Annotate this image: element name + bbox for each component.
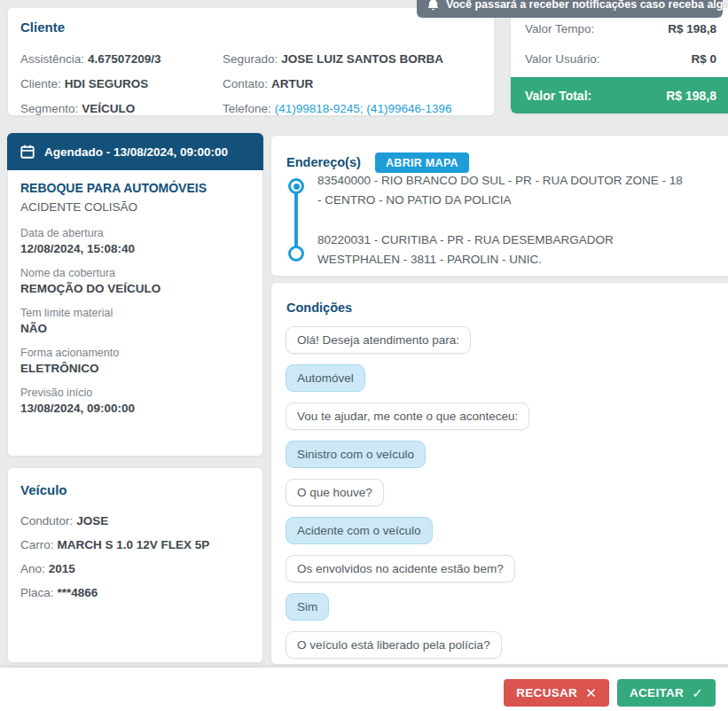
client-fields-left: Assistência:4.67507209/3 Cliente:HDI SEG… <box>20 47 161 121</box>
valor-card: Valor Tempo: R$ 198,8 Valor Usuário: R$ … <box>510 7 728 114</box>
valor-usuario-row: Valor Usuário: R$ 0 <box>525 52 716 66</box>
valor-tempo-row: Valor Tempo: R$ 198,8 <box>525 22 716 35</box>
chat-bubble-user: Sim <box>286 593 329 621</box>
accept-button[interactable]: ACEITAR ✓ <box>617 679 716 707</box>
check-icon: ✓ <box>692 685 703 701</box>
schedule-header-title: Agendado - 13/08/2024, 09:00:00 <box>44 145 228 159</box>
chat-bubble-user: Sinistro com o veículo <box>286 441 426 468</box>
client-card: Cliente Assistência:4.67507209/3 Cliente… <box>7 7 495 116</box>
destination-address: 80220031 - CURITIBA - PR - RUA DESEMBARG… <box>317 230 690 270</box>
service-name: REBOQUE PARA AUTOMÓVEIS <box>20 181 252 195</box>
origin-address: 83540000 - RIO BRANCO DO SUL - PR - RUA … <box>317 171 690 210</box>
conditions-card-title: Condições <box>286 301 352 315</box>
field-assistencia: Assistência:4.67507209/3 <box>20 47 161 72</box>
schedule-body: REBOQUE PARA AUTOMÓVEIS ACIDENTE COLISÃO… <box>20 181 252 426</box>
chat-bubble-system: O veículo está liberado pela polícia? <box>286 631 502 659</box>
vehicle-fields: Condutor:JOSE Carro:MARCH S 1.0 12V FLEX… <box>20 509 209 605</box>
vehicle-card-title: Veículo <box>20 482 67 497</box>
phone-links[interactable]: (41)99818-9245; (41)99646-1396 <box>275 102 452 115</box>
toast-message: Você passará a receber notificações caso… <box>446 0 723 11</box>
client-fields-right: Segurado:JOSE LUIZ SANTOS BORBA Contato:… <box>223 47 451 121</box>
valor-total-banner: Valor Total: R$ 198,8 <box>511 77 728 113</box>
x-icon: ✕ <box>585 685 597 701</box>
address-card-title: Endereço(s) <box>286 155 361 169</box>
vehicle-card: Veículo Condutor:JOSE Carro:MARCH S 1.0 … <box>7 467 263 663</box>
footer-action-bar: RECUSAR ✕ ACEITAR ✓ <box>0 668 728 711</box>
field-limite-material: Tem limite material NÃO <box>20 307 252 335</box>
chat-bubble-user: Acidente com o veículo <box>286 517 433 544</box>
schedule-header: Agendado - 13/08/2024, 09:00:00 <box>7 133 263 170</box>
reject-button[interactable]: RECUSAR ✕ <box>504 679 609 707</box>
notification-toast: Você passará a receber notificações caso… <box>417 0 723 18</box>
service-cause: ACIDENTE COLISÃO <box>20 200 252 214</box>
field-placa: Placa:***4866 <box>20 581 209 605</box>
field-previsao-inicio: Previsão início 13/08/2024, 09:00:00 <box>20 387 252 415</box>
chat-bubble-system: Vou te ajudar, me conte o que aconteceu: <box>286 402 529 430</box>
schedule-card: Agendado - 13/08/2024, 09:00:00 REBOQUE … <box>7 133 263 457</box>
field-segurado: Segurado:JOSE LUIZ SANTOS BORBA <box>223 47 451 72</box>
client-card-title: Cliente <box>20 20 65 35</box>
field-forma-acionamento: Forma acionamento ELETRÔNICO <box>20 347 252 375</box>
open-map-button[interactable]: ABRIR MAPA <box>375 152 469 173</box>
bell-icon <box>427 0 439 11</box>
field-ano: Ano:2015 <box>20 557 209 581</box>
route-line <box>294 186 298 254</box>
conditions-chat-list: Olá! Deseja atendimento para: Automóvel … <box>286 326 725 665</box>
calendar-icon <box>20 144 35 160</box>
field-contato: Contato:ARTUR <box>223 72 451 97</box>
chat-bubble-system: O que houve? <box>286 479 384 506</box>
origin-marker-icon <box>288 178 304 194</box>
destination-marker-icon <box>288 246 304 262</box>
address-card: Endereço(s) ABRIR MAPA 83540000 - RIO BR… <box>270 135 728 277</box>
field-cliente: Cliente:HDI SEGUROS <box>20 72 161 97</box>
field-data-abertura: Data de abertura 12/08/2024, 15:08:40 <box>20 227 252 255</box>
field-segmento: Segmento:VEÍCULO <box>20 97 161 121</box>
chat-bubble-user: Automóvel <box>286 364 365 392</box>
field-carro: Carro:MARCH S 1.0 12V FLEX 5P <box>20 533 209 557</box>
chat-bubble-system: Os envolvidos no acidente estão bem? <box>286 555 515 582</box>
chat-bubble-system: Olá! Deseja atendimento para: <box>286 326 471 354</box>
field-nome-cobertura: Nome da cobertura REMOÇÃO DO VEÍCULO <box>20 267 252 295</box>
field-condutor: Condutor:JOSE <box>20 509 209 533</box>
field-telefone: Telefone:(41)99818-9245; (41)99646-1396 <box>223 97 451 121</box>
conditions-card: Condições Olá! Deseja atendimento para: … <box>270 282 728 665</box>
